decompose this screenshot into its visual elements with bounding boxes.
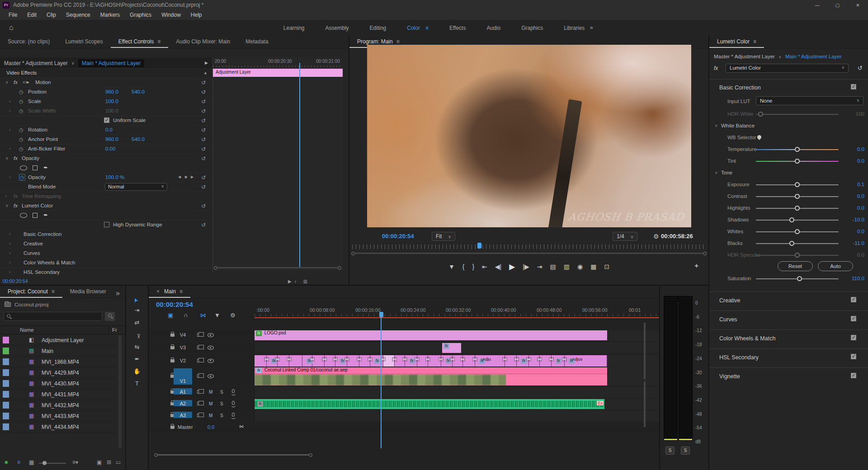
ec-row-opacity[interactable]: ›◷Opacity100.0 %◀◆▶↺	[0, 173, 212, 182]
transition-icon[interactable]: ⋈	[537, 357, 542, 362]
slider-knob[interactable]	[789, 217, 794, 222]
expand-icon[interactable]: ∨	[5, 156, 9, 160]
workspace-tab-libraries[interactable]: Libraries	[564, 25, 585, 31]
transition-icon[interactable]: ⋈	[287, 357, 292, 362]
item-name[interactable]: MVI_4433.MP4	[42, 413, 79, 419]
slider-value[interactable]: 100	[856, 111, 864, 117]
workspace-overflow-icon[interactable]: »	[590, 24, 593, 31]
stopwatch-icon[interactable]: ◷	[19, 146, 24, 152]
label-color-swatch[interactable]	[3, 348, 9, 354]
toggle-track-output-icon[interactable]	[208, 346, 214, 350]
panel-overflow-icon[interactable]: »	[116, 289, 120, 297]
item-name[interactable]: MVI_1868.MP4	[42, 359, 79, 365]
reset-param-icon[interactable]: ↺	[201, 108, 206, 114]
close-button[interactable]: ✕	[848, 0, 868, 10]
slider-track[interactable]	[756, 114, 839, 115]
hand-tool[interactable]: ✋	[126, 368, 148, 378]
pen-mask-icon[interactable]: ✒	[43, 164, 48, 171]
project-item-mvi-4429-mp4[interactable]: ▦MVI_4429.MP4	[0, 367, 118, 378]
reset-param-icon[interactable]: ↺	[201, 184, 206, 190]
slider-knob[interactable]	[758, 112, 763, 117]
expand-icon[interactable]: ›	[9, 108, 10, 113]
maximize-button[interactable]: ▢	[827, 0, 848, 10]
track-select-forward-tool[interactable]: ⇥	[126, 307, 148, 317]
track-v2[interactable]: V2⋈fx⋈⋈fx⋈⋈⋈fx⋈⋈⋈fx⋈⋈⋈fx⋈⋈⋈fx⋈⋈⋈fxAdju⋈⋈…	[149, 355, 659, 367]
play-icon[interactable]: ▶	[509, 262, 515, 272]
project-item-adjustment-layer[interactable]: ◧Adjustment Layer	[0, 335, 118, 346]
transition-icon[interactable]: ⋈	[439, 357, 443, 362]
stopwatch-icon[interactable]: ◷	[19, 127, 24, 133]
project-writable-icon[interactable]: ■	[5, 459, 8, 465]
tab-effect-controls[interactable]: Effect Controls≡	[111, 36, 169, 48]
go-to-out-icon[interactable]: ⇥	[537, 263, 542, 270]
button-editor-plus[interactable]: +	[694, 262, 698, 269]
reset-effect-icon[interactable]: ↺	[858, 65, 863, 71]
transition-icon[interactable]: ⋈	[562, 357, 567, 362]
pen-mask-icon[interactable]: ✒	[43, 212, 48, 218]
timeline-ruler[interactable]: :00:0000:00:08:0000:00:16:0000:00:24:000…	[255, 306, 659, 317]
ec-row-anchor-point[interactable]: ◷Anchor Point960.0540.0↺	[0, 135, 212, 144]
workspace-tab-editing[interactable]: Editing	[370, 25, 387, 31]
slider-track[interactable]	[756, 208, 839, 209]
track-name-v4[interactable]: V4	[174, 331, 192, 338]
label-color-swatch[interactable]	[3, 402, 9, 409]
track-v1[interactable]: V1fx Coconut Linked Comp 01/coconut ae.a…	[149, 367, 659, 385]
comparison-view-icon[interactable]: ⊡	[604, 263, 609, 270]
ec-row-scale[interactable]: ›◷Scale100.0↺	[0, 97, 212, 106]
zoom-slider-handle[interactable]	[42, 461, 47, 465]
mic-record-icon[interactable]	[232, 389, 235, 393]
solo-left-button[interactable]: S	[665, 446, 675, 455]
lumetri-clip-selector[interactable]: Master * Adjustment Layer ∨ Main * Adjus…	[714, 54, 842, 59]
slider-knob[interactable]	[795, 206, 800, 211]
item-name[interactable]: MVI_4429.MP4	[42, 370, 79, 376]
sync-lock-icon[interactable]	[197, 333, 202, 337]
menu-help[interactable]: Help	[186, 12, 207, 18]
stopwatch-icon[interactable]: ◷	[19, 89, 24, 95]
clip-v3-small[interactable]: fx	[442, 343, 461, 353]
clip-segment[interactable]: ⋈fxAdjus	[565, 355, 607, 367]
slider-track[interactable]	[756, 184, 839, 185]
track-name-v3[interactable]: V3	[174, 344, 192, 350]
ellipse-mask-icon[interactable]	[20, 165, 27, 170]
minimize-button[interactable]: —	[807, 0, 827, 10]
transition-icon[interactable]: ⋈	[275, 357, 280, 362]
reset-button[interactable]: Reset	[778, 261, 813, 271]
slider-track[interactable]	[756, 231, 839, 232]
collapse-all-icon[interactable]: ▲	[203, 70, 208, 75]
param-value[interactable]: 960.0	[105, 89, 118, 94]
step-back-icon[interactable]: ◀|	[495, 263, 501, 270]
solo-button[interactable]: S	[220, 401, 223, 406]
menu-sequence[interactable]: Sequence	[61, 12, 95, 18]
insert-overwrite-nest-icon[interactable]: ▣	[168, 312, 173, 319]
solo-right-button[interactable]: S	[681, 446, 690, 455]
expand-icon[interactable]: ›	[9, 241, 10, 246]
timeline-horizontal-scrollbar[interactable]	[151, 453, 657, 457]
add-keyframe-icon[interactable]: ◆	[184, 175, 187, 179]
transition-icon[interactable]: ⋈	[392, 357, 397, 362]
workspace-menu-icon[interactable]: ≡	[425, 25, 429, 31]
clip-coconut-linked-comp[interactable]: fx Coconut Linked Comp 01/coconut ae.aep	[255, 367, 607, 385]
master-clip-label[interactable]: Master * Adjustment Layer	[4, 60, 68, 66]
slider-knob[interactable]	[795, 159, 800, 164]
transition-icon[interactable]: ⋈	[526, 357, 531, 362]
slider-track[interactable]	[756, 149, 839, 150]
pen-tool[interactable]: ✒	[126, 356, 148, 366]
expand-icon[interactable]: ∨	[5, 203, 9, 208]
track-master[interactable]: Master0.0⋈	[149, 422, 659, 433]
track-a2[interactable]: A2MSfxEx	[149, 399, 659, 409]
checkbox-uniform-scale[interactable]	[104, 118, 109, 123]
ec-row-masks[interactable]: ✒	[0, 163, 212, 173]
project-column-headers[interactable]: Name Fr	[0, 325, 125, 334]
solo-button[interactable]: S	[220, 413, 223, 418]
expand-icon[interactable]: ›	[9, 260, 10, 265]
sync-lock-icon[interactable]	[197, 414, 202, 417]
reset-param-icon[interactable]: ↺	[201, 146, 206, 152]
ec-row-motion[interactable]: ∨fx▭▸Motion↺	[0, 78, 212, 87]
menu-markers[interactable]: Markers	[95, 12, 125, 18]
stopwatch-icon[interactable]: ◷	[19, 108, 24, 114]
stopwatch-icon[interactable]: ◷	[19, 136, 24, 142]
slider-value[interactable]: 0.0	[857, 158, 864, 164]
sync-lock-icon[interactable]	[197, 374, 202, 378]
slider-knob[interactable]	[795, 253, 800, 258]
program-scrollbar[interactable]	[351, 252, 707, 256]
